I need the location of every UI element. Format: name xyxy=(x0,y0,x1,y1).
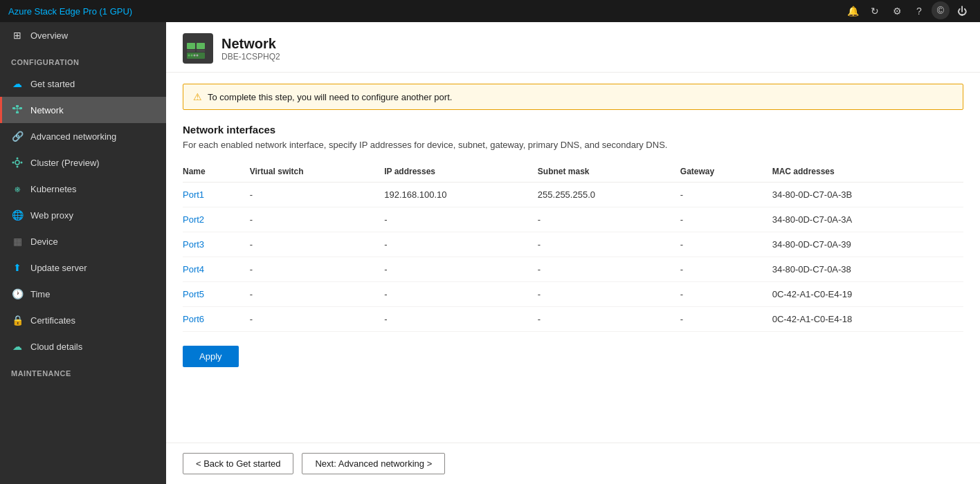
svg-point-7 xyxy=(15,160,19,165)
section-title: Network interfaces xyxy=(183,124,963,136)
maintenance-section-label: MAINTENANCE xyxy=(0,360,166,382)
cell-mac_addresses: 34-80-0D-C7-0A-39 xyxy=(772,232,963,257)
cell-subnet_mask: - xyxy=(538,207,680,232)
sidebar-item-time[interactable]: 🕐 Time xyxy=(0,281,166,307)
cell-mac_addresses: 34-80-0D-C7-0A-38 xyxy=(772,257,963,282)
back-button[interactable]: < Back to Get started xyxy=(183,453,293,474)
device-icon: ▦ xyxy=(11,235,24,248)
sidebar-label-update-server: Update server xyxy=(30,263,87,273)
adv-network-icon: 🔗 xyxy=(11,130,24,142)
cell-ip_addresses: - xyxy=(384,307,538,332)
sidebar-label-device: Device xyxy=(30,236,58,247)
col-mac-addresses: MAC addresses xyxy=(772,161,963,183)
cell-gateway: - xyxy=(680,183,772,207)
cell-ip_addresses: 192.168.100.10 xyxy=(384,183,538,207)
cell-mac_addresses: 34-80-0D-C7-0A-3A xyxy=(772,207,963,232)
config-section-label: CONFIGURATION xyxy=(0,48,166,71)
page-title: Network xyxy=(221,36,280,52)
cell-subnet_mask: - xyxy=(538,307,680,332)
sidebar-item-cluster[interactable]: Cluster (Preview) xyxy=(0,149,166,176)
sidebar-item-network[interactable]: Network xyxy=(0,97,166,123)
col-ip-addresses: IP addresses xyxy=(384,161,538,183)
settings-icon[interactable]: ⚙ xyxy=(887,1,907,21)
svg-rect-13 xyxy=(187,43,195,49)
help-icon[interactable]: ? xyxy=(909,1,929,21)
svg-point-18 xyxy=(188,55,190,57)
sidebar-label-overview: Overview xyxy=(30,30,68,41)
svg-rect-1 xyxy=(16,105,19,107)
warning-icon: ⚠ xyxy=(193,91,202,102)
update-icon: ⬆ xyxy=(11,261,24,274)
cloud-icon: ☁ xyxy=(11,77,24,90)
next-button[interactable]: Next: Advanced networking > xyxy=(302,453,445,474)
cell-name[interactable]: Port6 xyxy=(183,307,250,332)
svg-point-8 xyxy=(17,158,19,160)
sidebar-item-overview[interactable]: ⊞ Overview xyxy=(0,22,166,48)
topbar: Azure Stack Edge Pro (1 GPU) 🔔 ↻ ⚙ ? © ⏻ xyxy=(0,0,980,22)
sidebar-item-advanced-networking[interactable]: 🔗 Advanced networking xyxy=(0,123,166,149)
content-header: Network DBE-1CSPHQ2 xyxy=(166,22,980,73)
network-interfaces-table: Name Virtual switch IP addresses Subnet … xyxy=(183,161,963,332)
table-row: Port5----0C-42-A1-C0-E4-19 xyxy=(183,282,963,307)
svg-point-11 xyxy=(21,162,23,164)
cell-ip_addresses: - xyxy=(384,282,538,307)
cell-mac_addresses: 0C-42-A1-C0-E4-18 xyxy=(772,307,963,332)
cell-virtual_switch: - xyxy=(250,207,384,232)
cell-name[interactable]: Port5 xyxy=(183,282,250,307)
app-title: Azure Stack Edge Pro (1 GPU) xyxy=(8,6,843,17)
cell-name[interactable]: Port3 xyxy=(183,232,250,257)
cell-gateway: - xyxy=(680,282,772,307)
sidebar-item-device[interactable]: ▦ Device xyxy=(0,228,166,254)
section-desc: For each enabled network interface, spec… xyxy=(183,140,963,150)
cell-name[interactable]: Port1 xyxy=(183,183,250,207)
cell-virtual_switch: - xyxy=(250,282,384,307)
sidebar-item-certificates[interactable]: 🔒 Certificates xyxy=(0,307,166,333)
copyright-icon[interactable]: © xyxy=(932,1,950,19)
svg-rect-3 xyxy=(16,111,19,113)
kubernetes-icon: ⎈ xyxy=(11,183,24,195)
header-text: Network DBE-1CSPHQ2 xyxy=(221,36,280,62)
col-subnet-mask: Subnet mask xyxy=(538,161,680,183)
table-row: Port3----34-80-0D-C7-0A-39 xyxy=(183,232,963,257)
apply-button[interactable]: Apply xyxy=(183,346,239,367)
content-body: ⚠ To complete this step, you will need t… xyxy=(166,73,980,443)
sidebar-item-kubernetes[interactable]: ⎈ Kubernetes xyxy=(0,176,166,202)
cert-icon: 🔒 xyxy=(11,314,24,326)
svg-point-20 xyxy=(194,55,196,57)
sidebar: ⊞ Overview CONFIGURATION ☁ Get started N xyxy=(0,22,166,484)
sidebar-item-web-proxy[interactable]: 🌐 Web proxy xyxy=(0,202,166,228)
cell-mac_addresses: 34-80-0D-C7-0A-3B xyxy=(772,183,963,207)
refresh-icon[interactable]: ↻ xyxy=(865,1,884,21)
cell-virtual_switch: - xyxy=(250,307,384,332)
proxy-icon: 🌐 xyxy=(11,209,24,221)
cell-name[interactable]: Port2 xyxy=(183,207,250,232)
bell-icon[interactable]: 🔔 xyxy=(843,1,862,21)
cell-gateway: - xyxy=(680,232,772,257)
sidebar-item-cloud-details[interactable]: ☁ Cloud details xyxy=(0,333,166,360)
power-icon[interactable]: ⏻ xyxy=(952,1,972,21)
cell-virtual_switch: - xyxy=(250,232,384,257)
svg-rect-16 xyxy=(197,50,205,52)
cell-gateway: - xyxy=(680,257,772,282)
page-subtitle: DBE-1CSPHQ2 xyxy=(221,52,280,62)
main-layout: ⊞ Overview CONFIGURATION ☁ Get started N xyxy=(0,22,980,484)
sidebar-label-cloud-details: Cloud details xyxy=(30,342,82,352)
sidebar-label-network: Network xyxy=(30,105,64,115)
cell-mac_addresses: 0C-42-A1-C0-E4-19 xyxy=(772,282,963,307)
sidebar-label-get-started: Get started xyxy=(30,79,75,89)
sidebar-item-get-started[interactable]: ☁ Get started xyxy=(0,71,166,97)
cell-name[interactable]: Port4 xyxy=(183,257,250,282)
svg-point-9 xyxy=(17,166,19,168)
topbar-icons: 🔔 ↻ ⚙ ? © ⏻ xyxy=(843,1,972,21)
cell-subnet_mask: 255.255.255.0 xyxy=(538,183,680,207)
sidebar-label-web-proxy: Web proxy xyxy=(30,210,73,221)
svg-point-19 xyxy=(191,55,193,57)
cell-gateway: - xyxy=(680,307,772,332)
cloud-details-icon: ☁ xyxy=(11,340,24,353)
cell-ip_addresses: - xyxy=(384,257,538,282)
table-row: Port6----0C-42-A1-C0-E4-18 xyxy=(183,307,963,332)
cluster-icon xyxy=(11,156,24,169)
content-area: Network DBE-1CSPHQ2 ⚠ To complete this s… xyxy=(166,22,980,484)
sidebar-item-update-server[interactable]: ⬆ Update server xyxy=(0,254,166,281)
col-gateway: Gateway xyxy=(680,161,772,183)
